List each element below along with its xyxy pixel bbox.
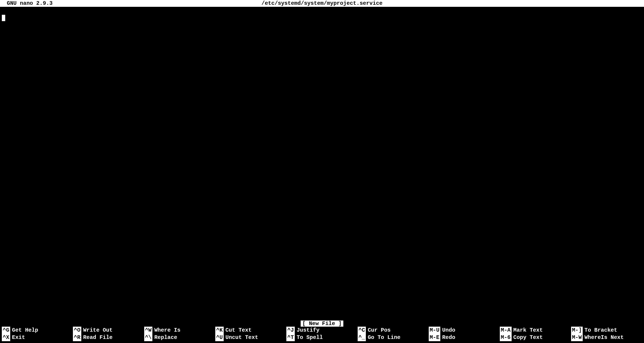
shortcut-copy-text: M-6 Copy Text <box>500 334 571 341</box>
key-meta-e: M-E <box>429 334 440 341</box>
shortcut-go-to-line: ^_ Go To Line <box>358 334 429 341</box>
key-meta-a: M-A <box>500 327 512 334</box>
key-ctrl-backslash: ^\ <box>144 334 152 341</box>
key-meta-u: M-U <box>429 327 440 334</box>
label-copy-text: Copy Text <box>514 334 543 341</box>
label-justify: Justify <box>296 327 320 334</box>
shortcut-help: ^G Get Help ^O Write Out ^W Where Is ^K … <box>2 327 642 341</box>
key-ctrl-t: ^T <box>286 334 295 341</box>
shortcut-replace: ^\ Replace <box>144 334 215 341</box>
key-meta-w: M-W <box>571 334 583 341</box>
key-ctrl-o: ^O <box>73 327 81 334</box>
shortcut-write-out: ^O Write Out <box>73 327 144 334</box>
key-meta-6: M-6 <box>500 334 512 341</box>
shortcut-exit: ^X Exit <box>2 334 73 341</box>
shortcut-to-bracket: M-] To Bracket <box>571 327 642 334</box>
label-whereis-next: WhereIs Next <box>584 334 624 341</box>
shortcut-mark-text: M-A Mark Text <box>500 327 571 334</box>
key-ctrl-g: ^G <box>2 327 10 334</box>
shortcut-read-file: ^R Read File <box>73 334 144 341</box>
key-ctrl-underscore: ^_ <box>358 334 366 341</box>
key-ctrl-u: ^U <box>215 334 224 341</box>
shortcut-get-help: ^G Get Help <box>2 327 73 334</box>
key-ctrl-c: ^C <box>358 327 366 334</box>
key-ctrl-j: ^J <box>286 327 295 334</box>
label-cut-text: Cut Text <box>226 327 252 334</box>
label-redo: Redo <box>442 334 455 341</box>
shortcut-undo: M-U Undo <box>429 327 500 334</box>
shortcut-cur-pos: ^C Cur Pos <box>358 327 429 334</box>
label-uncut-text: Uncut Text <box>226 334 258 341</box>
editor-area[interactable] <box>0 7 644 325</box>
label-mark-text: Mark Text <box>514 327 543 334</box>
text-cursor <box>2 15 5 21</box>
shortcut-redo: M-E Redo <box>429 334 500 341</box>
app-name-version: GNU nano 2.9.3 <box>7 0 53 7</box>
key-ctrl-w: ^W <box>144 327 152 334</box>
label-where-is: Where Is <box>154 327 180 334</box>
shortcut-justify: ^J Justify <box>286 327 358 334</box>
label-undo: Undo <box>442 327 455 334</box>
shortcuts-row-1: ^G Get Help ^O Write Out ^W Where Is ^K … <box>2 327 642 334</box>
status-line: [ New File ] <box>0 320 644 327</box>
title-bar: GNU nano 2.9.3 /etc/systemd/system/mypro… <box>0 0 644 7</box>
label-read-file: Read File <box>83 334 113 341</box>
shortcuts-row-2: ^X Exit ^R Read File ^\ Replace ^U Uncut… <box>2 334 642 341</box>
shortcut-cut-text: ^K Cut Text <box>215 327 286 334</box>
label-to-bracket: To Bracket <box>584 327 617 334</box>
label-to-spell: To Spell <box>296 334 323 341</box>
label-write-out: Write Out <box>83 327 113 334</box>
label-replace: Replace <box>154 334 177 341</box>
shortcut-to-spell: ^T To Spell <box>286 334 358 341</box>
shortcut-where-is: ^W Where Is <box>144 327 215 334</box>
key-ctrl-k: ^K <box>215 327 224 334</box>
label-go-to-line: Go To Line <box>368 334 400 341</box>
key-meta-bracket: M-] <box>571 327 583 334</box>
shortcut-whereis-next: M-W WhereIs Next <box>571 334 642 341</box>
key-ctrl-r: ^R <box>73 334 81 341</box>
label-exit: Exit <box>12 334 25 341</box>
file-path: /etc/systemd/system/myproject.service <box>262 0 383 7</box>
status-badge: [ New File ] <box>301 320 344 327</box>
label-get-help: Get Help <box>12 327 38 334</box>
label-cur-pos: Cur Pos <box>368 327 390 334</box>
shortcut-uncut-text: ^U Uncut Text <box>215 334 286 341</box>
key-ctrl-x: ^X <box>2 334 10 341</box>
